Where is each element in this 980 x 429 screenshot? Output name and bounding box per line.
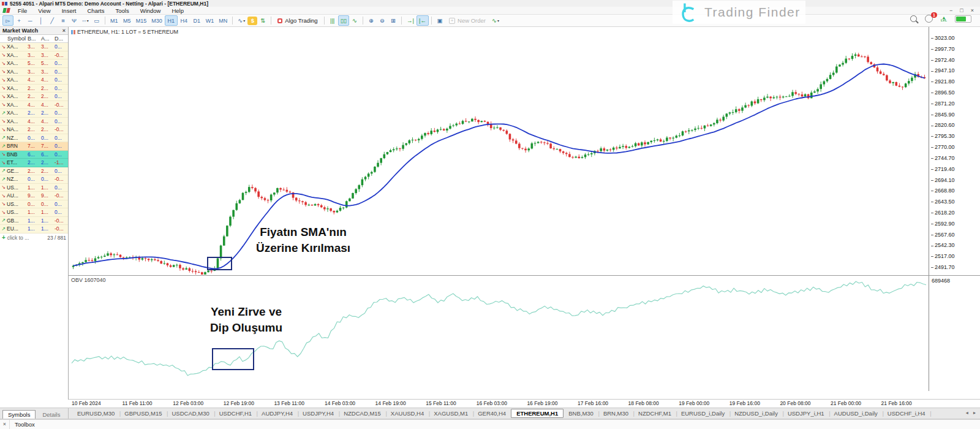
chart-tab-usdjpy-h4[interactable]: USDJPY,H4: [298, 409, 339, 417]
horizontal-line-button[interactable]: ─: [24, 15, 36, 26]
tab-symbols[interactable]: Symbols: [2, 410, 36, 419]
market-watch-row[interactable]: ↘XA...4...4...0...: [0, 76, 68, 85]
chart-tab-usdcad-m30[interactable]: USDCAD,M30: [167, 409, 214, 417]
bar-chart-button[interactable]: |||: [327, 15, 338, 26]
timeframe-h4-button[interactable]: H4: [178, 15, 190, 26]
market-watch-row[interactable]: ↘XA...2...2...0...: [0, 85, 68, 93]
market-watch-row[interactable]: ↘BNB6...6...0...: [0, 151, 68, 159]
add-symbol-label[interactable]: click to ...: [7, 235, 29, 241]
chart-tab-nzdusd-i-daily[interactable]: NZDUSD_i,Daily: [729, 409, 783, 417]
tile-windows-button[interactable]: ⊞: [388, 15, 399, 26]
zoom-in-button[interactable]: ⊕: [366, 15, 377, 26]
chart-tab-brn-m30[interactable]: BRN,M30: [598, 409, 633, 417]
equidistant-channel-button[interactable]: ≡: [58, 15, 69, 26]
market-watch-row[interactable]: ↘NA...2...2...-0...: [0, 126, 68, 134]
toolbox-close-icon[interactable]: ×: [0, 420, 10, 429]
tab-details[interactable]: Details: [37, 410, 66, 419]
add-symbol-icon[interactable]: +: [2, 234, 6, 241]
market-watch-row[interactable]: ↘XA...3...3...0...: [0, 68, 68, 77]
market-watch-row[interactable]: ↗GE...2...2...0...: [0, 167, 68, 176]
price-pane[interactable]: 3023.002997.702972.402947.102921.802896.…: [69, 27, 980, 276]
chart-tab-gbpusd-m15[interactable]: GBPUSD,M15: [119, 409, 167, 417]
menu-window[interactable]: Window: [135, 7, 167, 14]
shapes-button[interactable]: ◦◦▾: [80, 15, 91, 26]
crosshair-button[interactable]: +: [13, 15, 24, 26]
timeframe-m30-button[interactable]: M30: [149, 15, 165, 26]
zoom-out-button[interactable]: ⊖: [377, 15, 388, 26]
timeframe-m1-button[interactable]: M1: [108, 15, 121, 26]
vertical-line-button[interactable]: │: [36, 15, 47, 26]
chart-tab-nzdchf-m1[interactable]: NZDCHF,M1: [633, 409, 676, 417]
algo-trading-button[interactable]: Algo Trading: [274, 17, 321, 24]
chart-tab-usdchf-i-h4[interactable]: USDCHF_i,H4: [883, 409, 930, 417]
market-watch-row[interactable]: ↘US...1...1...0...: [0, 208, 68, 217]
market-watch-row[interactable]: ↗GB...1...1...-0...: [0, 217, 68, 226]
market-watch-row[interactable]: ↗NZ...0...0...0...: [0, 134, 68, 143]
chart-shift-button[interactable]: →|: [404, 15, 417, 26]
chart-tab-eurusd-m30[interactable]: EURUSD,M30: [72, 409, 119, 417]
market-watch-row[interactable]: ↗XA...2...2...0...: [0, 109, 68, 118]
menu-charts[interactable]: Charts: [82, 7, 110, 14]
screenshot-button[interactable]: ▣: [434, 15, 445, 26]
restore-button[interactable]: □: [960, 7, 963, 15]
chart-tab-usdchf-h1[interactable]: USDCHF,H1: [214, 409, 257, 417]
price-chart-svg[interactable]: [69, 27, 929, 275]
rectangle-button[interactable]: ▭: [91, 15, 102, 26]
buy-sell-arrows-button[interactable]: ⇅: [257, 15, 268, 26]
obv-chart-svg[interactable]: [69, 276, 929, 398]
minimize-button[interactable]: −: [949, 7, 952, 15]
market-watch-row[interactable]: ↘XA...3...3...-0...: [0, 51, 68, 60]
market-watch-row[interactable]: ↘XA...4...4...-0...: [0, 101, 68, 110]
menu-help[interactable]: Help: [166, 7, 189, 14]
timeframe-w1-button[interactable]: W1: [203, 15, 217, 26]
indicators-button[interactable]: ∿ ▾: [489, 15, 502, 26]
market-watch-row[interactable]: ↘XA...2...2...0...: [0, 93, 68, 101]
timeframe-m15-button[interactable]: M15: [134, 15, 149, 26]
chart-tab-xagusd-m1[interactable]: XAGUSD,M1: [429, 409, 473, 417]
main-area: Market Watch × SymbolB...A...D... ↘XA...…: [0, 27, 980, 400]
chart-tab-ger40-h4[interactable]: GER40,H4: [473, 409, 511, 417]
market-watch-row[interactable]: ↗NZ...0...0...-0...: [0, 175, 68, 184]
chart-tab-xauusd-h4[interactable]: XAUUSD,H4: [386, 409, 429, 417]
chart-tab-bnb-m30[interactable]: BNB,M30: [564, 409, 598, 417]
auto-scroll-button[interactable]: |←: [417, 15, 429, 26]
timeframe-mn-button[interactable]: MN: [216, 15, 230, 26]
chart-tab-nzdcad-m15[interactable]: NZDCAD,M15: [339, 409, 386, 417]
chart-tab-audjpy-h4[interactable]: AUDJPY,H4: [257, 409, 298, 417]
timeframe-m5-button[interactable]: M5: [121, 15, 134, 26]
profile-icon[interactable]: 1: [925, 15, 933, 23]
obv-pane[interactable]: 689468 295371 OBV 1607040 Yeni Zirve ve …: [69, 276, 980, 399]
chart-tab-usdjpy-i-h1[interactable]: USDJPY_i,H1: [783, 409, 829, 417]
trendline-button[interactable]: ╱: [47, 15, 58, 26]
search-icon[interactable]: [910, 15, 917, 22]
menu-insert[interactable]: Insert: [56, 7, 82, 14]
market-watch-row[interactable]: ↘US...0...0...0...: [0, 200, 68, 209]
market-watch-close-icon[interactable]: ×: [62, 28, 66, 34]
menu-file[interactable]: File: [12, 7, 32, 14]
line-chart-button[interactable]: ∿: [349, 15, 360, 26]
market-watch-row[interactable]: ↘XA...3...3...0...: [0, 43, 68, 51]
line-studies-button[interactable]: ∿▾: [235, 15, 247, 26]
money-button[interactable]: $: [247, 17, 257, 25]
title-bar[interactable]: 5255 4051 - Alpari MT5 Demo: Demo Accoun…: [0, 0, 980, 7]
chart-tab-eurusd-i-daily[interactable]: EURUSD_i,Daily: [676, 409, 729, 417]
market-watch-row[interactable]: ↘ET...2...2...-1...: [0, 159, 68, 167]
chart-tab-audusd-i-daily[interactable]: AUDUSD_i,Daily: [829, 409, 883, 417]
market-watch-row[interactable]: ↘XA...5...5...0...: [0, 59, 68, 68]
market-watch-row[interactable]: ↗EU...1...1...-0...: [0, 225, 68, 233]
close-button[interactable]: ×: [971, 7, 974, 15]
timeframe-h1-button[interactable]: H1: [165, 15, 178, 26]
chart-tab-ethereum-h1[interactable]: ETHEREUM,H1: [511, 409, 564, 418]
market-watch-row[interactable]: ↘AU...9...9...-0...: [0, 192, 68, 200]
market-watch-row[interactable]: ↘XA...4...4...0...: [0, 118, 68, 126]
menu-view[interactable]: View: [32, 7, 56, 14]
timeframe-d1-button[interactable]: D1: [190, 15, 203, 26]
cursor-button[interactable]: ▻: [2, 15, 13, 26]
market-watch-row[interactable]: ↘US...1...1...0...: [0, 184, 68, 192]
candle-chart-button[interactable]: ▯▯: [338, 15, 349, 26]
andrews-pitchfork-button[interactable]: Ψ: [69, 15, 80, 26]
market-watch-row[interactable]: ↗BRN7...7...0...: [0, 142, 68, 151]
menu-tools[interactable]: Tools: [110, 7, 134, 14]
tab-scroll-arrows[interactable]: ◂ ▸: [966, 410, 978, 416]
new-order-button[interactable]: + New Order: [445, 17, 489, 24]
